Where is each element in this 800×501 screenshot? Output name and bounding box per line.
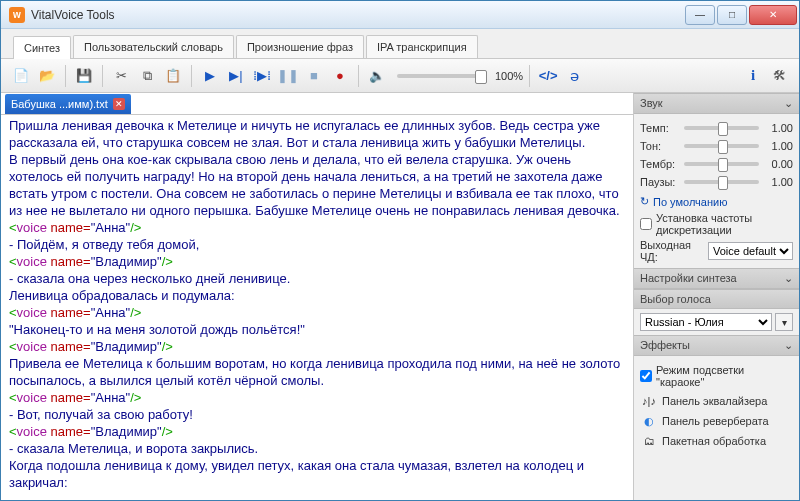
record-button[interactable]: ● (328, 64, 352, 88)
editor-text: В первый день она кое-как скрывала свою … (9, 152, 620, 218)
sample-rate-checkbox[interactable]: Установка частоты дискретизации (640, 212, 793, 236)
tempo-label: Темп: (640, 122, 680, 134)
voice-panel-header[interactable]: Выбор голоса (634, 289, 799, 309)
equalizer-icon: ♪|♪ (642, 394, 656, 408)
open-file-button[interactable]: 📂 (35, 64, 59, 88)
voice-select[interactable]: Russian - Юлия (640, 313, 772, 331)
toolbar-separator (529, 65, 530, 87)
file-tab-bar: Бабушка ...имм).txt ✕ (1, 93, 633, 115)
stop-button[interactable]: ■ (302, 64, 326, 88)
paste-button[interactable]: 📋 (161, 64, 185, 88)
info-button[interactable]: i (741, 64, 765, 88)
insert-tag-button[interactable]: </> (536, 64, 560, 88)
pause-value: 1.00 (763, 176, 793, 188)
editor-column: Бабушка ...имм).txt ✕ Пришла ленивая дев… (1, 93, 634, 500)
minimize-button[interactable]: — (685, 5, 715, 25)
timbre-value: 0.00 (763, 158, 793, 170)
pause-label: Паузы: (640, 176, 680, 188)
tone-value: 1.00 (763, 140, 793, 152)
toolbar-separator (191, 65, 192, 87)
voice-menu-button[interactable]: ▾ (775, 313, 793, 331)
timbre-slider[interactable] (684, 162, 759, 166)
close-button[interactable]: ✕ (749, 5, 797, 25)
file-tab[interactable]: Бабушка ...имм).txt ✕ (5, 94, 131, 114)
editor[interactable]: Пришла ленивая девочка к Метелице и ничу… (1, 115, 633, 500)
new-file-button[interactable]: 📄 (9, 64, 33, 88)
tab-ipa-transcription[interactable]: IPA транскрипция (366, 35, 478, 58)
app-icon: w (9, 7, 25, 23)
toolbar-separator (358, 65, 359, 87)
zoom-slider[interactable] (397, 74, 487, 78)
toolbar-separator (65, 65, 66, 87)
titlebar: w VitalVoice Tools — □ ✕ (1, 1, 799, 29)
close-file-icon[interactable]: ✕ (113, 98, 125, 110)
tab-phrase-pronunciation[interactable]: Произношение фраз (236, 35, 364, 58)
batch-icon: 🗂 (642, 434, 656, 448)
tab-synthesis[interactable]: Синтез (13, 36, 71, 59)
batch-link[interactable]: 🗂Пакетная обработка (640, 431, 793, 451)
pause-slider[interactable] (684, 180, 759, 184)
refresh-icon: ↻ (640, 195, 649, 208)
voice-panel: Russian - Юлия ▾ (634, 309, 799, 335)
output-rate-select[interactable]: Voice default (708, 242, 793, 260)
app-window: w VitalVoice Tools — □ ✕ Синтез Пользова… (0, 0, 800, 501)
output-rate-label: Выходная ЧД: (640, 239, 704, 263)
zoom-value: 100% (495, 70, 523, 82)
defaults-link[interactable]: ↻По умолчанию (640, 195, 793, 208)
play-from-cursor-button[interactable]: ▶| (224, 64, 248, 88)
volume-button[interactable]: 🔈 (365, 64, 389, 88)
window-title: VitalVoice Tools (31, 8, 683, 22)
play-selection-button[interactable]: ⁞▶⁞ (250, 64, 274, 88)
phoneme-button[interactable]: ə (562, 64, 586, 88)
sound-panel: Темп:1.00 Тон:1.00 Тембр:0.00 Паузы:1.00… (634, 114, 799, 268)
toolbar: 📄 📂 💾 ✂ ⧉ 📋 ▶ ▶| ⁞▶⁞ ❚❚ ■ ● 🔈 100% </> ə… (1, 59, 799, 93)
settings-button[interactable]: 🛠 (767, 64, 791, 88)
toolbar-separator (102, 65, 103, 87)
sidebar: Звук⌄ Темп:1.00 Тон:1.00 Тембр:0.00 Пауз… (634, 93, 799, 500)
save-button[interactable]: 💾 (72, 64, 96, 88)
main-tabs: Синтез Пользовательский словарь Произнош… (1, 29, 799, 59)
equalizer-link[interactable]: ♪|♪Панель эквалайзера (640, 391, 793, 411)
tempo-value: 1.00 (763, 122, 793, 134)
sound-panel-header[interactable]: Звук⌄ (634, 93, 799, 114)
file-tab-label: Бабушка ...имм).txt (11, 98, 108, 110)
window-controls: — □ ✕ (683, 5, 797, 25)
editor-text: Пришла ленивая девочка к Метелице и ничу… (9, 118, 600, 150)
effects-panel-header[interactable]: Эффекты⌄ (634, 335, 799, 356)
synth-panel-header[interactable]: Настройки синтеза⌄ (634, 268, 799, 289)
tempo-slider[interactable] (684, 126, 759, 130)
timbre-label: Тембр: (640, 158, 680, 170)
maximize-button[interactable]: □ (717, 5, 747, 25)
copy-button[interactable]: ⧉ (135, 64, 159, 88)
pause-button[interactable]: ❚❚ (276, 64, 300, 88)
play-button[interactable]: ▶ (198, 64, 222, 88)
karaoke-checkbox[interactable]: Режим подсветки "караоке" (640, 364, 793, 388)
body: Бабушка ...имм).txt ✕ Пришла ленивая дев… (1, 93, 799, 500)
tone-label: Тон: (640, 140, 680, 152)
tab-user-dictionary[interactable]: Пользовательский словарь (73, 35, 234, 58)
effects-panel: Режим подсветки "караоке" ♪|♪Панель эква… (634, 356, 799, 456)
cut-button[interactable]: ✂ (109, 64, 133, 88)
reverb-icon: ◐ (642, 414, 656, 428)
reverb-link[interactable]: ◐Панель реверберата (640, 411, 793, 431)
tone-slider[interactable] (684, 144, 759, 148)
